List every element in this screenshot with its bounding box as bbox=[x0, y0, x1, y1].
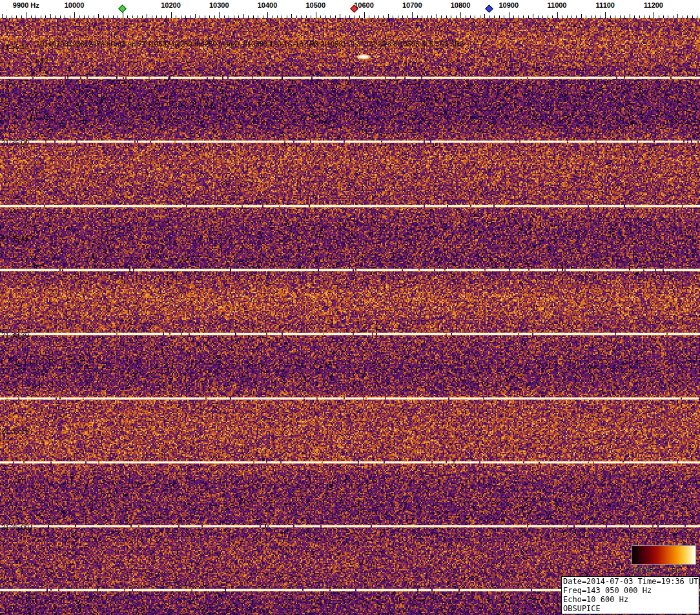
colorbar: -100 dB -50 0 bbox=[629, 545, 699, 575]
info-line: Freq=143 050 000 Hz bbox=[563, 586, 697, 595]
colorbar-labels: -100 dB -50 0 bbox=[629, 566, 699, 574]
ruler-tick bbox=[171, 12, 172, 18]
waterfall-display: 20140703193612476 hCnt3 nb-77 f10592 hit… bbox=[0, 18, 700, 615]
ruler-tick bbox=[26, 12, 26, 18]
ruler-label: 11100 bbox=[596, 1, 615, 9]
frequency-ruler[interactable]: 9900 Hz100001020010300104001050010600107… bbox=[0, 0, 700, 18]
spectrogram-canvas[interactable] bbox=[0, 18, 700, 615]
colorbar-max-label: 0 bbox=[695, 566, 699, 574]
ruler-tick bbox=[74, 12, 75, 18]
info-box: Date=2014-07-03 Time=19:36 UTCFreq=143 0… bbox=[561, 576, 699, 614]
ruler-tick bbox=[219, 12, 220, 18]
colorbar-mid-label: -50 bbox=[669, 566, 679, 574]
time-label: 21:35:30 bbox=[1, 331, 29, 339]
ruler-label: 11000 bbox=[548, 1, 567, 9]
freq-marker-green[interactable] bbox=[118, 5, 127, 13]
ruler-label: 10200 bbox=[161, 1, 181, 9]
waterfall-app: 9900 Hz100001020010300104001050010600107… bbox=[0, 0, 700, 615]
ruler-tick bbox=[123, 12, 123, 18]
time-label: 21:35:45 bbox=[1, 235, 29, 243]
ruler-tick bbox=[509, 12, 510, 18]
ruler-label: 10800 bbox=[451, 1, 471, 9]
echo-marker-text: ^t-12 bbox=[32, 57, 48, 65]
colorbar-gradient[interactable] bbox=[632, 545, 696, 565]
ruler-label: 10000 bbox=[65, 1, 85, 9]
ruler-tick bbox=[557, 12, 558, 18]
time-label: 21:36:15 bbox=[1, 43, 29, 50]
ruler-tick bbox=[412, 12, 413, 18]
info-line: Date=2014-07-03 Time=19:36 UTC bbox=[563, 577, 697, 586]
ruler-tick bbox=[316, 12, 316, 18]
time-label: 21:35:15 bbox=[1, 427, 29, 435]
info-line: Echo=10 600 Hz bbox=[563, 595, 697, 604]
ruler-label: 11200 bbox=[644, 1, 663, 9]
ruler-tick bbox=[364, 12, 365, 18]
ruler-label: 10700 bbox=[402, 1, 422, 9]
ruler-tick bbox=[605, 12, 606, 18]
ruler-tick bbox=[460, 12, 461, 18]
ruler-label: 10500 bbox=[306, 1, 326, 9]
ruler-label: 10900 bbox=[499, 1, 519, 9]
colorbar-min-label: -100 dB bbox=[629, 566, 654, 574]
ruler-label: 10300 bbox=[209, 1, 229, 9]
ruler-label: 10400 bbox=[258, 1, 278, 9]
time-label: 21:35:00 bbox=[1, 523, 29, 531]
ruler-tick bbox=[267, 12, 268, 18]
ruler-label: 9900 Hz bbox=[13, 1, 39, 9]
ruler-tick bbox=[654, 12, 654, 18]
detection-overlay-text: 20140703193612476 hCnt3 nb-77 f10592 hit… bbox=[36, 40, 464, 48]
info-line: OBSUPICE bbox=[563, 604, 697, 613]
time-label: 21:36:00 bbox=[1, 139, 29, 146]
freq-marker-blue[interactable] bbox=[486, 5, 494, 13]
